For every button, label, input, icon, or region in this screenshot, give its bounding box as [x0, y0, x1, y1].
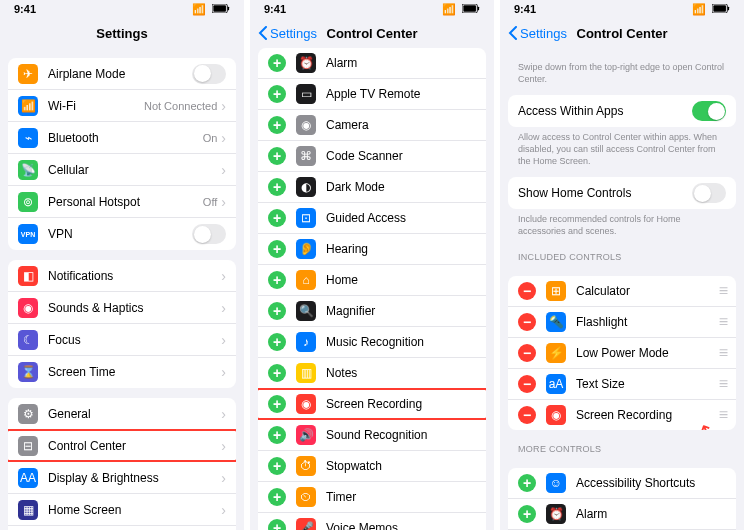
add-button[interactable]: +: [268, 147, 286, 165]
nav-bar: Settings Control Center: [500, 18, 744, 48]
control-row-camera[interactable]: +◉Camera: [258, 110, 486, 141]
more-row-access[interactable]: +☺Accessibility Shortcuts: [508, 468, 736, 499]
add-button[interactable]: +: [268, 457, 286, 475]
drag-handle-icon[interactable]: ≡: [719, 282, 726, 300]
control-row-magnifier[interactable]: +🔍Magnifier: [258, 296, 486, 327]
row-label: Focus: [48, 333, 221, 347]
chevron-right-icon: ›: [221, 406, 226, 422]
control-row-darkmode[interactable]: +◐Dark Mode: [258, 172, 486, 203]
control-center-settings[interactable]: Swipe down from the top-right edge to op…: [500, 48, 744, 530]
included-row-calculator[interactable]: −⊞Calculator≡: [508, 276, 736, 307]
focus-icon: ☾: [18, 330, 38, 350]
row-label: Airplane Mode: [48, 67, 192, 81]
add-button[interactable]: +: [268, 395, 286, 413]
calculator-icon: ⊞: [546, 281, 566, 301]
settings-row-hotspot[interactable]: ⊚Personal HotspotOff›: [8, 186, 236, 218]
row-label: Timer: [326, 490, 476, 504]
included-row-textsize[interactable]: −aAText Size≡: [508, 369, 736, 400]
remove-button[interactable]: −: [518, 344, 536, 362]
add-button[interactable]: +: [268, 240, 286, 258]
settings-row-accessibility[interactable]: ☺Accessibility›: [8, 526, 236, 530]
settings-row-bluetooth[interactable]: ⌁BluetoothOn›: [8, 122, 236, 154]
toggle[interactable]: [692, 101, 726, 121]
row-label: Show Home Controls: [518, 186, 692, 200]
settings-row-cellular[interactable]: 📡Cellular›: [8, 154, 236, 186]
included-row-lowpower[interactable]: −⚡Low Power Mode≡: [508, 338, 736, 369]
settings-row-display[interactable]: AADisplay & Brightness›: [8, 462, 236, 494]
row-value: Off: [203, 196, 217, 208]
control-row-notes[interactable]: +▥Notes: [258, 358, 486, 389]
control-row-screenrec[interactable]: +◉Screen Recording: [258, 389, 486, 420]
remove-button[interactable]: −: [518, 282, 536, 300]
add-button[interactable]: +: [268, 333, 286, 351]
page-title: Control Center: [327, 26, 418, 41]
more-controls-list[interactable]: +⏰Alarm+▭Apple TV Remote+◉Camera+⌘Code S…: [250, 48, 494, 530]
add-button[interactable]: +: [268, 364, 286, 382]
settings-row-homescreen[interactable]: ▦Home Screen›: [8, 494, 236, 526]
row-label: Cellular: [48, 163, 221, 177]
toggle[interactable]: [692, 183, 726, 203]
timer-icon: ⏲: [296, 487, 316, 507]
bluetooth-icon: ⌁: [18, 128, 38, 148]
add-button[interactable]: +: [518, 505, 536, 523]
toggle-row[interactable]: Access Within Apps: [508, 95, 736, 127]
settings-row-notifications[interactable]: ◧Notifications›: [8, 260, 236, 292]
toggle[interactable]: [192, 224, 226, 244]
back-button[interactable]: Settings: [508, 26, 567, 41]
add-button[interactable]: +: [268, 85, 286, 103]
drag-handle-icon[interactable]: ≡: [719, 313, 726, 331]
control-row-voicememos[interactable]: +🎤Voice Memos: [258, 513, 486, 530]
settings-row-screentime[interactable]: ⌛Screen Time›: [8, 356, 236, 388]
toggle-row[interactable]: Show Home Controls: [508, 177, 736, 209]
add-button[interactable]: +: [268, 302, 286, 320]
toggle[interactable]: [192, 64, 226, 84]
add-button[interactable]: +: [518, 474, 536, 492]
add-button[interactable]: +: [268, 54, 286, 72]
add-button[interactable]: +: [268, 426, 286, 444]
remove-button[interactable]: −: [518, 375, 536, 393]
control-row-alarm[interactable]: +⏰Alarm: [258, 48, 486, 79]
settings-row-vpn[interactable]: VPNVPN: [8, 218, 236, 250]
settings-row-controlcenter[interactable]: ⊟Control Center›: [8, 430, 236, 462]
more-row-alarm[interactable]: +⏰Alarm: [508, 499, 736, 530]
control-row-appletv[interactable]: +▭Apple TV Remote: [258, 79, 486, 110]
drag-handle-icon[interactable]: ≡: [719, 406, 726, 424]
darkmode-icon: ◐: [296, 177, 316, 197]
settings-row-sounds[interactable]: ◉Sounds & Haptics›: [8, 292, 236, 324]
control-row-home[interactable]: +⌂Home: [258, 265, 486, 296]
footer-text: Allow access to Control Center within ap…: [500, 127, 744, 167]
back-button[interactable]: Settings: [258, 26, 317, 41]
control-row-hearing[interactable]: +👂Hearing: [258, 234, 486, 265]
control-row-soundrec[interactable]: +🔊Sound Recognition: [258, 420, 486, 451]
guided-icon: ⊡: [296, 208, 316, 228]
remove-button[interactable]: −: [518, 406, 536, 424]
control-row-stopwatch[interactable]: +⏱Stopwatch: [258, 451, 486, 482]
add-button[interactable]: +: [268, 271, 286, 289]
access-icon: ☺: [546, 473, 566, 493]
settings-row-focus[interactable]: ☾Focus›: [8, 324, 236, 356]
control-row-music[interactable]: +♪Music Recognition: [258, 327, 486, 358]
row-value: On: [203, 132, 218, 144]
row-label: Voice Memos: [326, 521, 476, 530]
hearing-icon: 👂: [296, 239, 316, 259]
drag-handle-icon[interactable]: ≡: [719, 375, 726, 393]
included-row-screenrec[interactable]: −◉Screen Recording≡↖: [508, 400, 736, 430]
footer-text: Include recommended controls for Home ac…: [500, 209, 744, 237]
control-row-timer[interactable]: +⏲Timer: [258, 482, 486, 513]
control-row-codescanner[interactable]: +⌘Code Scanner: [258, 141, 486, 172]
add-button[interactable]: +: [268, 209, 286, 227]
included-row-flashlight[interactable]: −🔦Flashlight≡: [508, 307, 736, 338]
settings-list[interactable]: ✈Airplane Mode📶Wi-FiNot Connected›⌁Bluet…: [0, 48, 244, 530]
add-button[interactable]: +: [268, 178, 286, 196]
remove-button[interactable]: −: [518, 313, 536, 331]
settings-row-general[interactable]: ⚙General›: [8, 398, 236, 430]
add-button[interactable]: +: [268, 519, 286, 530]
add-button[interactable]: +: [268, 116, 286, 134]
row-label: Accessibility Shortcuts: [576, 476, 726, 490]
row-label: Apple TV Remote: [326, 87, 476, 101]
add-button[interactable]: +: [268, 488, 286, 506]
drag-handle-icon[interactable]: ≡: [719, 344, 726, 362]
settings-row-airplane[interactable]: ✈Airplane Mode: [8, 58, 236, 90]
settings-row-wifi[interactable]: 📶Wi-FiNot Connected›: [8, 90, 236, 122]
control-row-guided[interactable]: +⊡Guided Access: [258, 203, 486, 234]
